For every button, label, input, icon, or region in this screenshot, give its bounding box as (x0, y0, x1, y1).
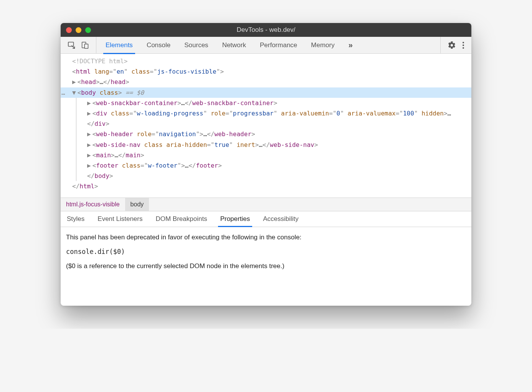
sidebar-tabs: Styles Event Listeners DOM Breakpoints P… (61, 211, 471, 227)
dom-html-close[interactable]: </html> (61, 181, 471, 191)
tab-sources[interactable]: Sources (184, 37, 208, 54)
dom-html-open[interactable]: <html lang="en" class="js-focus-visible"… (61, 66, 471, 77)
deprecation-code: console.dir($0) (66, 247, 466, 257)
dom-child[interactable]: ▶<web-header role="navigation">…</web-he… (79, 129, 471, 139)
deprecation-note: ($0 is a reference to the currently sele… (66, 261, 466, 271)
tab-label: Memory (311, 41, 334, 49)
tab-label: Console (147, 41, 170, 49)
tab-label: Network (222, 41, 246, 49)
chevrons-icon: » (349, 41, 353, 49)
subtab-styles[interactable]: Styles (66, 211, 85, 227)
inspect-element-icon[interactable] (68, 41, 76, 49)
dom-child[interactable]: ▶<div class="w-loading-progress" role="p… (79, 108, 471, 129)
tabs-overflow-button[interactable]: » (349, 37, 353, 54)
dom-child[interactable]: ▶<main>…</main> (79, 150, 471, 160)
close-window-button[interactable] (66, 27, 72, 33)
tab-memory[interactable]: Memory (311, 37, 334, 54)
dom-breadcrumbs: html.js-focus-visible body (61, 198, 471, 211)
properties-panel: This panel has been deprecated in favor … (61, 227, 471, 306)
deprecation-message: This panel has been deprecated in favor … (66, 232, 466, 242)
window-title: DevTools - web.dev/ (61, 26, 471, 34)
dom-body-selected[interactable]: ▼<body class> == $0 (61, 87, 471, 98)
svg-point-4 (463, 44, 464, 46)
tab-label: Performance (260, 41, 297, 49)
dom-doctype[interactable]: <!DOCTYPE html> (61, 56, 471, 66)
kebab-menu-icon[interactable] (462, 41, 464, 49)
window-titlebar: DevTools - web.dev/ (61, 23, 471, 37)
subtab-accessibility[interactable]: Accessibility (262, 211, 299, 227)
dom-child[interactable]: ▶<footer class="w-footer">…</footer> (79, 160, 471, 171)
tab-elements[interactable]: Elements (106, 37, 133, 54)
traffic-lights (66, 27, 91, 33)
subtab-event-listeners[interactable]: Event Listeners (97, 211, 143, 227)
svg-point-3 (463, 42, 464, 43)
elements-dom-tree[interactable]: <!DOCTYPE html> <html lang="en" class="j… (61, 54, 471, 198)
dom-body-close[interactable]: </body> (79, 171, 471, 181)
devtools-window: DevTools - web.dev/ Elements Console Sou… (61, 23, 471, 306)
minimize-window-button[interactable] (76, 27, 81, 33)
maximize-window-button[interactable] (85, 27, 91, 33)
device-toggle-icon[interactable] (81, 41, 89, 49)
dom-body-children: ▶<web-snackbar-container>…</web-snackbar… (76, 98, 471, 181)
tab-console[interactable]: Console (147, 37, 170, 54)
svg-point-5 (463, 47, 464, 49)
main-toolbar: Elements Console Sources Network Perform… (61, 37, 471, 54)
tab-label: Elements (106, 41, 133, 49)
subtab-dom-breakpoints[interactable]: DOM Breakpoints (155, 211, 208, 227)
dom-child[interactable]: ▶<web-side-nav class aria-hidden="true" … (79, 140, 471, 150)
dom-head[interactable]: ▶<head>…</head> (61, 77, 471, 87)
svg-rect-0 (68, 42, 74, 46)
subtab-properties[interactable]: Properties (220, 211, 251, 227)
tab-network[interactable]: Network (222, 37, 246, 54)
breadcrumb-body[interactable]: body (125, 198, 149, 211)
dom-child[interactable]: ▶<web-snackbar-container>…</web-snackbar… (79, 98, 471, 108)
tab-label: Sources (184, 41, 208, 49)
svg-rect-2 (84, 44, 88, 48)
settings-gear-icon[interactable] (448, 41, 456, 49)
breadcrumb-html[interactable]: html.js-focus-visible (61, 198, 125, 211)
panel-tabs: Elements Console Sources Network Perform… (96, 37, 440, 54)
tab-performance[interactable]: Performance (260, 37, 297, 54)
